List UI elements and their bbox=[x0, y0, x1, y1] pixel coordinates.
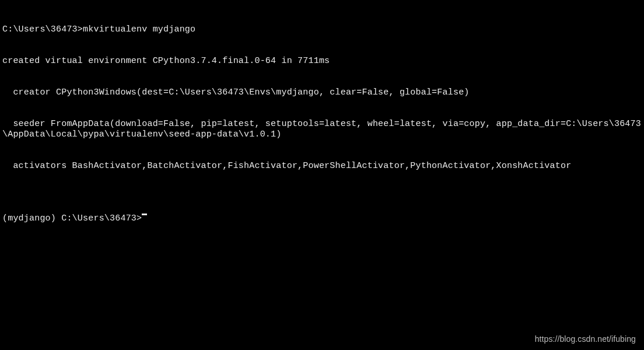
terminal-output[interactable]: C:\Users\36473>mkvirtualenv mydjango cre… bbox=[0, 0, 644, 238]
terminal-line: activators BashActivator,BatchActivator,… bbox=[2, 161, 642, 172]
terminal-line: C:\Users\36473>mkvirtualenv mydjango bbox=[2, 24, 642, 35]
terminal-line: seeder FromAppData(download=False, pip=l… bbox=[2, 119, 642, 140]
watermark-text: https://blog.csdn.net/ifubing bbox=[535, 334, 636, 344]
terminal-line: creator CPython3Windows(dest=C:\Users\36… bbox=[2, 88, 642, 98]
terminal-prompt[interactable]: (mydjango) C:\Users\36473> bbox=[2, 214, 642, 224]
prompt-text: (mydjango) C:\Users\36473> bbox=[2, 214, 142, 224]
cursor bbox=[142, 214, 147, 215]
terminal-line: created virtual environment CPython3.7.4… bbox=[2, 56, 642, 66]
